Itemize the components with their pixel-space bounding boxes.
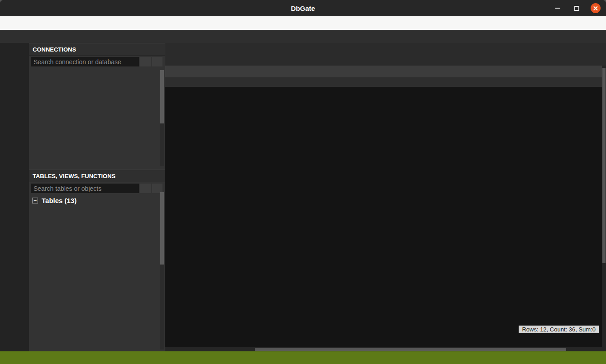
connections-section: CONNECTIONS xyxy=(29,43,165,170)
minimize-icon xyxy=(555,8,560,9)
connections-header: CONNECTIONS xyxy=(29,43,165,56)
tables-scrollbar xyxy=(160,192,164,350)
menu-bar xyxy=(0,16,606,30)
tables-refresh-button[interactable] xyxy=(152,184,162,193)
tables-header: TABLES, VIEWS, FUNCTIONS xyxy=(29,170,165,182)
collapse-icon[interactable]: − xyxy=(32,198,38,203)
vertical-scrollbar-thumb[interactable] xyxy=(602,68,606,263)
horizontal-scrollbar xyxy=(165,347,606,351)
toolbar xyxy=(0,30,606,43)
tables-section: TABLES, VIEWS, FUNCTIONS − Tables (13) xyxy=(29,170,165,351)
selection-stats-overlay: Rows: 12, Count: 36, Sum:0 xyxy=(519,326,599,333)
horizontal-scrollbar-thumb[interactable] xyxy=(255,348,566,351)
tables-search-row xyxy=(29,182,165,194)
grid-rows xyxy=(165,87,606,347)
grid-filter-row xyxy=(165,77,606,87)
add-table-plus-button[interactable] xyxy=(140,184,151,193)
icon-sidebar xyxy=(0,43,29,351)
titlebar: DbGate ✕ xyxy=(0,0,606,16)
tables-group-label: Tables (13) xyxy=(42,197,76,204)
vertical-scrollbar xyxy=(602,66,606,347)
status-bar xyxy=(0,351,606,364)
close-button[interactable]: ✕ xyxy=(591,3,601,13)
grid-area: Rows: 12, Count: 36, Sum:0 xyxy=(165,43,606,351)
maximize-button[interactable] xyxy=(572,3,582,13)
left-panel: CONNECTIONS TABLES, VIEWS, FUNCTIONS xyxy=(29,43,165,351)
connections-scrollbar xyxy=(160,70,164,166)
maximize-icon xyxy=(574,6,579,11)
window-title: DbGate xyxy=(291,5,315,12)
connections-refresh-button[interactable] xyxy=(152,57,162,66)
minimize-button[interactable] xyxy=(553,3,563,13)
connections-scrollbar-thumb[interactable] xyxy=(160,70,164,123)
tab-strip xyxy=(165,43,606,66)
app-window: DbGate ✕ CONNECTIONS xyxy=(0,0,606,364)
main-area: CONNECTIONS TABLES, VIEWS, FUNCTIONS xyxy=(0,43,606,351)
tables-scrollbar-thumb[interactable] xyxy=(160,192,164,265)
add-connection-plus-button[interactable] xyxy=(140,57,151,66)
data-grid: Rows: 12, Count: 36, Sum:0 xyxy=(165,66,606,351)
tables-search-input[interactable] xyxy=(31,184,139,193)
grid-header-row xyxy=(165,66,606,77)
connections-search-row xyxy=(29,56,165,68)
close-icon: ✕ xyxy=(593,5,599,12)
window-controls: ✕ xyxy=(553,0,601,16)
connections-search-input[interactable] xyxy=(31,57,139,66)
tables-group-row[interactable]: − Tables (13) xyxy=(29,194,165,207)
